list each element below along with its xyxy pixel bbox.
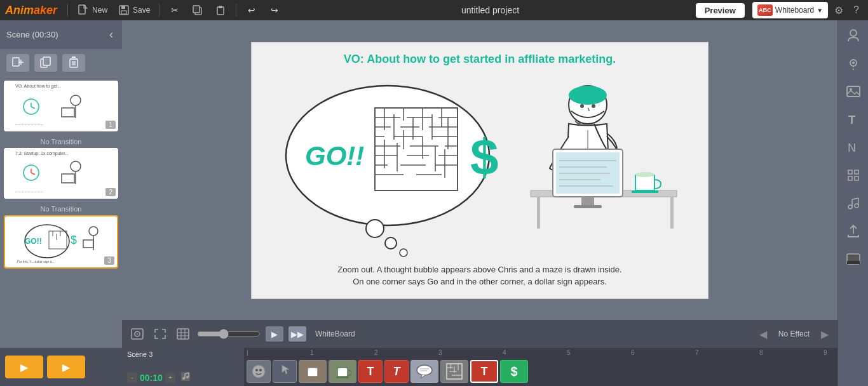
scene-item-3[interactable]: GO!! $ For this, Y... [4,215,118,269]
main-area: Scene (00:30) ‹ [0,20,868,386]
whiteboard-icon: ABC [757,4,773,16]
music-button[interactable] [842,193,865,213]
center-view-button[interactable] [128,326,146,342]
toolbar-separator-3 [236,4,236,17]
effects-button[interactable] [842,165,865,185]
time-value: 00:10 [140,373,163,383]
save-button[interactable]: Save [114,3,154,18]
whiteboard-selector[interactable]: ABC Whiteboard ▼ [752,2,828,18]
tl-num-1: 1 [310,349,314,356]
background-button[interactable] [842,249,865,269]
cut-button[interactable]: ✂ [165,3,185,18]
collapse-panel-button[interactable]: ‹ [107,25,116,44]
app-logo: Animaker [5,4,57,17]
timeline-play-forward-icon: ▶▶ [291,329,304,339]
toolbar-separator-1 [67,4,68,17]
svg-point-154 [855,204,858,208]
redo-icon: ↪ [268,4,281,17]
help-icon[interactable]: ? [850,3,863,17]
svg-point-126 [259,369,262,371]
timeline-scene-label: Scene 3 [127,350,239,358]
zoom-slider[interactable] [197,329,261,339]
svg-point-143 [852,62,855,64]
timeline-clip-dollar[interactable]: $ [500,360,528,383]
svg-rect-108 [632,190,658,193]
canvas-svg: GO!! [264,67,696,257]
svg-text:$: $ [71,234,77,246]
timeline-effect-label: No Effect [778,329,810,338]
canvas-container: VO: About how to get started in affliate… [122,20,837,320]
play-all-button[interactable]: ▶ [47,356,85,378]
text-button[interactable]: T [842,109,865,130]
timeline-numbers: | 1 2 3 4 5 6 7 8 9 10 [244,348,837,357]
save-label: Save [133,6,150,15]
image-button[interactable] [842,81,865,102]
add-scene-icon [12,57,24,70]
svg-rect-145 [847,86,860,96]
save-icon [118,4,130,17]
no-effect-prev-button[interactable]: ◀ [757,326,770,343]
new-button[interactable]: New [73,3,111,18]
timeline-clip-maze[interactable] [440,360,468,383]
time-minus-button[interactable]: - [127,373,137,383]
play-button[interactable]: ▶ [5,356,43,378]
timeline-clip-cup1[interactable] [299,360,327,383]
svg-point-109 [635,172,654,177]
duplicate-scene-button[interactable] [34,54,57,72]
timeline-play-button[interactable]: ▶ [266,326,283,342]
svg-point-124 [252,365,265,378]
settings-icon[interactable]: ⚙ [831,3,847,18]
copy-button[interactable] [187,3,208,18]
scene-2-thumbnail: 7.2: Startup: 1x computer... _ _ _ _ _ _… [4,148,118,199]
timeline-clip-character[interactable] [247,360,271,383]
font-button[interactable]: N [842,137,865,157]
timeline-clip-bubble[interactable] [410,360,438,383]
svg-rect-151 [848,176,852,180]
grid-button[interactable] [174,326,192,342]
tl-num-8: 8 [759,349,763,356]
add-scene-button[interactable] [6,54,29,72]
scene-2-number: 2 [105,188,116,196]
no-transition-2: No Transition [4,203,118,215]
play-icon: ▶ [20,361,28,373]
scene-item-2[interactable]: 7.2: Startup: 1x computer... _ _ _ _ _ _… [4,148,118,199]
bottom-controls: ▶ ▶ [0,348,122,386]
svg-text:GO!!: GO!! [305,141,364,171]
redo-button[interactable]: ↪ [264,3,285,18]
svg-rect-100 [581,197,594,206]
scene-item-1[interactable]: VO: About how to get... _ _ _ _ _ _ _ _ … [4,81,118,131]
timeline-clip-pointer[interactable] [273,360,297,383]
tl-num-9: 9 [824,349,827,356]
svg-point-92 [580,104,584,108]
svg-rect-130 [336,376,349,378]
svg-text:N: N [848,142,856,154]
delete-scene-button[interactable] [62,54,85,72]
timeline-clip-text3-selected[interactable]: T [470,360,498,383]
timeline-play-forward-button[interactable]: ▶▶ [288,326,306,342]
timeline-clip-text1[interactable]: T [358,360,383,383]
upload-button[interactable] [842,221,865,241]
expand-button[interactable] [151,326,169,342]
play-all-icon: ▶ [62,361,70,373]
svg-rect-152 [855,176,858,180]
svg-point-91 [569,86,607,105]
undo-button[interactable]: ↩ [241,3,262,18]
svg-rect-128 [306,376,319,378]
time-plus-button[interactable]: + [165,373,175,383]
svg-rect-8 [13,58,19,66]
character-button[interactable] [842,25,865,46]
location-button[interactable] [842,53,865,74]
svg-text:GO!!: GO!! [25,237,42,246]
svg-point-112 [137,333,138,335]
paste-icon [214,4,227,17]
project-title: untitled project [287,5,693,15]
left-panel: Scene (00:30) ‹ [0,20,122,386]
svg-text:_ _ _ _ _ _ _ _ _: _ _ _ _ _ _ _ _ _ [15,189,43,192]
timeline-clip-cup2[interactable] [329,360,356,383]
timeline-strip: Scene 3 - 00:10 + | 1 2 3 4 [122,348,837,386]
no-effect-next-button[interactable]: ▶ [818,326,831,343]
preview-button[interactable]: Preview [696,3,745,18]
scene-header: Scene (00:30) ‹ [0,20,122,49]
timeline-clip-text2[interactable]: T [384,360,409,383]
paste-button[interactable] [210,3,231,18]
